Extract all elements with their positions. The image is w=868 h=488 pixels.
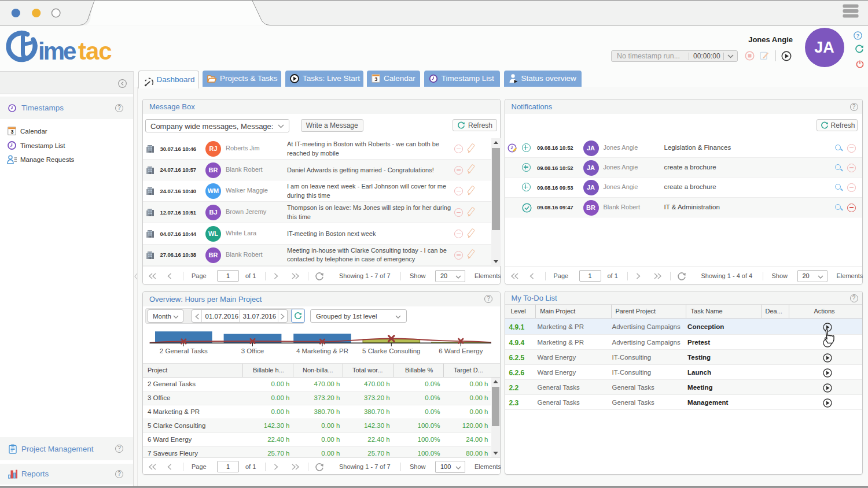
svg-text:ime: ime [38, 38, 76, 65]
svg-text:3: 3 [374, 76, 377, 82]
svg-text:2 General Tasks: 2 General Tasks [160, 347, 208, 354]
svg-text:5 Clarke Consulting: 5 Clarke Consulting [362, 347, 420, 354]
svg-text:4 Marketing & PR: 4 Marketing & PR [296, 347, 348, 354]
svg-text:3: 3 [10, 129, 13, 135]
svg-text:6 Ward Energy: 6 Ward Energy [439, 347, 483, 354]
svg-text:?: ? [856, 32, 860, 39]
svg-text:3 Office: 3 Office [241, 347, 264, 354]
svg-text:tac: tac [78, 38, 112, 65]
